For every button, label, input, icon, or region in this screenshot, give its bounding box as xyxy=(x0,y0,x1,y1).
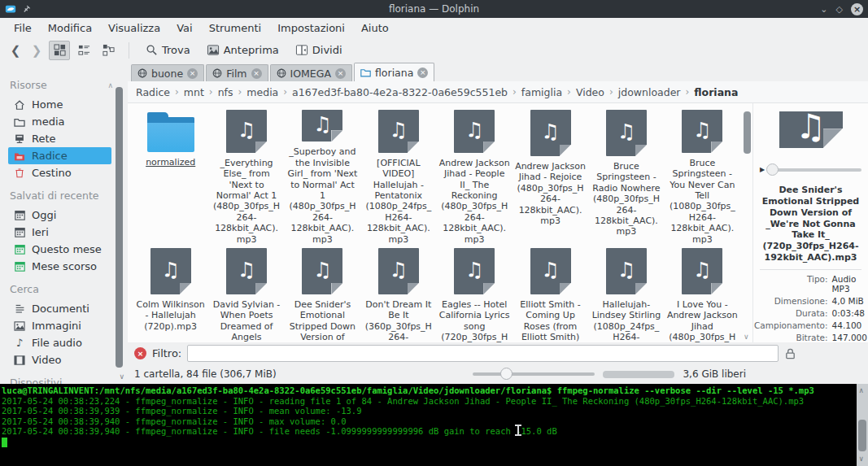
breadcrumb-segment[interactable]: media xyxy=(246,86,278,98)
details-view-button[interactable] xyxy=(73,41,94,60)
file-item[interactable]: ♫Bruce Springsteen - Radio Nowhere (480p… xyxy=(588,108,664,246)
sidebar-item-radice[interactable]: Radice xyxy=(8,147,111,164)
sidebar-item-ieri[interactable]: Ieri xyxy=(8,224,111,241)
breadcrumb-separator-icon: › xyxy=(175,86,179,98)
sidebar-item-video[interactable]: Video xyxy=(8,351,111,368)
terminal-scrollbar-thumb[interactable] xyxy=(858,420,866,451)
tab-floriana[interactable]: floriana× xyxy=(354,63,434,81)
info-detail-label: Dimensione: xyxy=(754,296,828,306)
seek-slider[interactable] xyxy=(768,168,861,172)
sidebar-item-label: Rete xyxy=(32,133,56,145)
sidebar-item-oggi[interactable]: Oggi xyxy=(8,207,111,224)
menu-file[interactable]: File xyxy=(7,20,39,36)
info-detail-value: 4,0 MiB xyxy=(832,296,867,306)
file-item[interactable]: ♫[OFFICIAL VIDEO] Hallelujah - Pentatoni… xyxy=(360,108,436,246)
menu-modifica[interactable]: Modifica xyxy=(41,20,99,36)
file-item[interactable]: ♫_Everything Else_ from 'Next to Normal'… xyxy=(208,108,284,246)
file-name: _Superboy and the Invisible Girl_ from '… xyxy=(287,146,358,245)
calendar-dark-icon xyxy=(13,210,26,220)
zoom-slider[interactable] xyxy=(473,372,595,376)
file-item[interactable]: ♫Colm Wilkinson - Hallelujah (720p).mp3 xyxy=(133,246,208,342)
terminal-scrollbar[interactable]: ∧ ∨ xyxy=(857,384,868,466)
filter-input[interactable] xyxy=(187,345,779,362)
file-item[interactable]: ♫Andrew Jackson Jihad - Rejoice (480p_30… xyxy=(513,108,588,246)
music-note-icon: ♫ xyxy=(313,114,331,134)
file-item[interactable]: ♫Bruce Springsteen - You Never Can Tell … xyxy=(665,108,740,246)
sidebar-item-mese-scorso[interactable]: Mese scorso xyxy=(8,258,111,275)
icons-view-button[interactable] xyxy=(49,41,70,60)
split-button[interactable]: Dividi xyxy=(289,41,349,59)
play-icon[interactable]: ▶ xyxy=(760,166,765,173)
breadcrumb-segment[interactable]: famiglia xyxy=(521,86,562,98)
tab-film[interactable]: Film× xyxy=(206,64,268,81)
sidebar-item-questo-mese[interactable]: Questo mese xyxy=(8,241,111,258)
pin-icon[interactable] xyxy=(21,4,32,15)
menu-visualizza[interactable]: Visualizza xyxy=(101,20,168,36)
tab-close-icon[interactable]: × xyxy=(187,68,198,79)
files-scrollbar-thumb[interactable] xyxy=(744,111,751,154)
trash-icon xyxy=(13,168,26,178)
music-note-icon: ♫ xyxy=(465,120,483,140)
chevron-up-icon[interactable]: ∧ xyxy=(107,81,113,89)
page-fold xyxy=(823,128,843,148)
music-note-icon: ♫ xyxy=(617,259,635,280)
sidebar-scroll-down-icon[interactable]: ∨ xyxy=(119,372,124,381)
find-button[interactable]: Trova xyxy=(139,41,197,59)
tab-close-icon[interactable]: × xyxy=(417,68,428,78)
file-item[interactable]: ♫I Love You - Andrew Jackson Jihad (480p… xyxy=(665,246,740,342)
breadcrumb-segment[interactable]: mnt xyxy=(184,86,204,98)
seek-handle[interactable] xyxy=(766,163,779,176)
tab-close-icon[interactable]: × xyxy=(335,68,346,79)
page-fold xyxy=(331,283,342,294)
preview-button[interactable]: Anteprima xyxy=(200,41,286,59)
menu-vai[interactable]: Vai xyxy=(169,20,199,36)
files-scrollbar[interactable]: ∨ xyxy=(742,103,752,342)
terminal-scroll-down-icon[interactable]: ∨ xyxy=(859,454,863,464)
tab-label: Film xyxy=(226,68,246,80)
tab-buone[interactable]: buone× xyxy=(131,64,204,81)
breadcrumb-segment[interactable]: a167ed3f-ba80-4e2a-8322-0a6e59c551eb xyxy=(292,86,508,98)
maximize-button[interactable]: ◇ xyxy=(836,5,843,14)
close-button[interactable]: × xyxy=(851,3,863,15)
terminal-panel[interactable]: luca@TRINGALINVENT:/mnt/nfs/media/a167ed… xyxy=(0,384,868,466)
file-item[interactable]: ♫Elliott Smith - Coming Up Roses (from E… xyxy=(513,246,588,342)
sidebar-item-immagini[interactable]: Immagini xyxy=(8,317,111,334)
filter-close-icon[interactable]: × xyxy=(134,347,146,359)
back-button[interactable]: ❮ xyxy=(7,43,24,58)
tree-view-button[interactable] xyxy=(98,41,119,60)
tab-iomega[interactable]: IOMEGA× xyxy=(270,64,352,81)
file-item[interactable]: ♫_Superboy and the Invisible Girl_ from … xyxy=(285,108,360,246)
zoom-slider-handle[interactable] xyxy=(500,368,513,380)
terminal-scroll-up-icon[interactable]: ∧ xyxy=(859,385,863,396)
sidebar-item-documenti[interactable]: Documenti xyxy=(8,300,111,317)
breadcrumb-segment[interactable]: nfs xyxy=(218,86,233,98)
file-item[interactable]: ♫David Sylvian - When Poets Dreamed of A… xyxy=(208,246,284,342)
search-icon xyxy=(146,44,158,56)
sidebar-item-file-audio[interactable]: ♪File audio xyxy=(8,334,111,351)
file-item[interactable]: ♫Don't Dream It Be It (360p_30fps_H264-9… xyxy=(360,246,436,342)
images-icon xyxy=(13,321,26,331)
sidebar-item-home[interactable]: Home xyxy=(8,96,111,113)
file-item[interactable]: ♫Andrew Jackson Jihad - People II_ The R… xyxy=(437,108,513,246)
menu-strumenti[interactable]: Strumenti xyxy=(202,20,269,36)
forward-button[interactable]: ❯ xyxy=(28,43,46,58)
menu-impostazioni[interactable]: Impostazioni xyxy=(270,20,352,36)
menu-aiuto[interactable]: Aiuto xyxy=(354,20,396,36)
terminal-line: 2017-05-24 00:38:23,224 - ffmpeg_normali… xyxy=(2,396,855,407)
minimize-button[interactable]: ⌄ xyxy=(820,5,827,14)
sidebar-scrollbar[interactable] xyxy=(116,72,123,368)
breadcrumb-segment[interactable]: Radice xyxy=(136,86,170,98)
files-scroll-down-icon[interactable]: ∨ xyxy=(744,333,749,341)
file-item[interactable]: ♫Eagles -- Hotel California Lyrics song … xyxy=(437,246,513,342)
tab-close-icon[interactable]: × xyxy=(251,68,262,79)
sidebar-item-cestino[interactable]: Cestino xyxy=(8,164,111,181)
breadcrumb-segment[interactable]: Video xyxy=(576,86,604,98)
folder-item[interactable]: normalized xyxy=(133,108,208,246)
sidebar-item-media[interactable]: media xyxy=(8,113,111,130)
breadcrumb-segment[interactable]: jdownloader xyxy=(618,86,681,98)
breadcrumb-segment[interactable]: floriana xyxy=(694,86,738,98)
file-item[interactable]: ♫Hallelujah-Lindsey Stirling (1080p_24fp… xyxy=(588,246,664,342)
lock-icon[interactable] xyxy=(784,347,796,360)
file-item[interactable]: ♫Dee Snider's Emotional Stripped Down Ve… xyxy=(285,246,360,342)
sidebar-item-rete[interactable]: Rete xyxy=(8,130,111,147)
